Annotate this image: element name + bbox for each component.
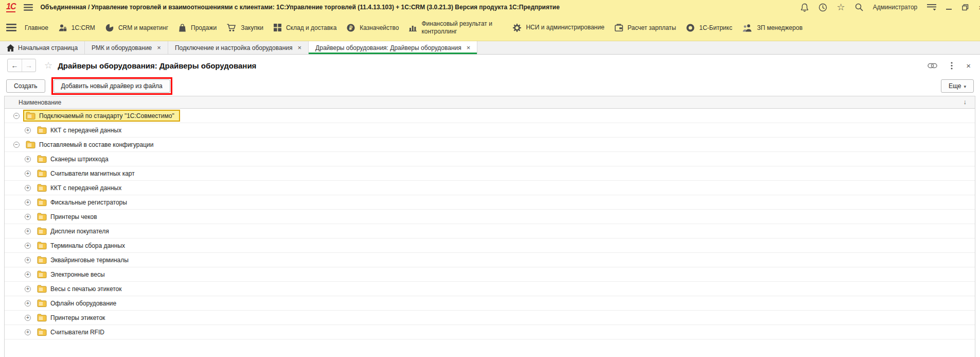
row-label: Считыватели RFID xyxy=(50,329,104,336)
gear-icon xyxy=(513,24,521,32)
selected-cell: Подключаемый по стандарту "1С:Совместимо… xyxy=(23,110,180,122)
expand-icon[interactable]: + xyxy=(25,271,31,278)
tree-row[interactable]: +ККТ с передачей данных xyxy=(5,123,975,138)
expand-icon[interactable]: + xyxy=(25,214,31,220)
tab-close-icon[interactable]: × xyxy=(298,44,302,52)
back-button[interactable]: ← xyxy=(8,59,22,72)
tree-row[interactable]: +Фискальные регистраторы xyxy=(5,195,975,210)
row-label: Поставляемый в составе конфигурации xyxy=(39,141,153,148)
expand-icon[interactable]: + xyxy=(25,199,31,206)
tree-row[interactable]: +Терминалы сбора данных xyxy=(5,239,975,253)
expand-icon[interactable]: + xyxy=(25,156,31,162)
ribbon-section-label: ЗП менеджеров xyxy=(757,24,803,31)
ribbon-section-zakupki[interactable]: Закупки xyxy=(227,24,263,32)
tree-row[interactable]: +Электронные весы xyxy=(5,267,975,282)
ribbon-section-kaznacheystvo[interactable]: ₽Казначейство xyxy=(347,24,399,32)
tree-row[interactable]: +Принтеры чеков xyxy=(5,210,975,224)
cell: Сканеры штрихкода xyxy=(34,153,114,165)
tab-podkluchenie[interactable]: Подключение и настройка оборудования× xyxy=(168,41,309,54)
collapse-icon[interactable]: − xyxy=(13,142,20,148)
cell: Фискальные регистраторы xyxy=(34,196,133,208)
folder-icon xyxy=(37,169,47,177)
tab-home[interactable]: Начальная страница xyxy=(0,41,85,54)
create-button[interactable]: Создать xyxy=(6,79,45,93)
expand-icon[interactable]: + xyxy=(25,315,31,321)
chevron-down-icon: ▾ xyxy=(964,84,966,89)
tree-row[interactable]: −Поставляемый в составе конфигурации xyxy=(5,138,975,152)
expand-icon[interactable]: + xyxy=(25,243,31,249)
tree-row[interactable]: +ККТ с передачей данных xyxy=(5,181,975,195)
search-icon[interactable] xyxy=(855,3,863,11)
svg-text:₽: ₽ xyxy=(349,25,353,30)
tab-close-icon[interactable]: × xyxy=(157,44,161,52)
main-menu-icon[interactable] xyxy=(24,4,33,11)
ribbon-section-prodazhi[interactable]: Продажи xyxy=(179,24,217,32)
ribbon-section-sklad-dostavka[interactable]: Склад и доставка xyxy=(274,24,336,31)
folder-icon xyxy=(37,314,47,321)
notifications-icon[interactable] xyxy=(800,3,809,12)
get-link-icon[interactable] xyxy=(928,63,937,69)
ribbon-section-label: Расчет зарплаты xyxy=(628,24,676,31)
folder-icon xyxy=(37,242,47,249)
ribbon-section-label: Закупки xyxy=(241,24,263,31)
restore-icon[interactable] xyxy=(962,4,969,11)
ribbon-section-glavnoe[interactable]: Главное xyxy=(25,24,48,31)
sections-ribbon: Главное1С:CRMCRM и маркетингПродажиЗакуп… xyxy=(0,14,980,41)
expand-icon[interactable]: + xyxy=(25,300,31,307)
expand-icon[interactable]: + xyxy=(25,286,31,292)
tree-row[interactable]: +Сканеры штрихкода xyxy=(5,152,975,166)
tree-row[interactable]: +Эквайринговые терминалы xyxy=(5,253,975,267)
add-from-file-button[interactable]: Добавить новый драйвер из файла xyxy=(54,79,170,93)
tree-row[interactable]: +Дисплеи покупателя xyxy=(5,224,975,239)
expand-icon[interactable]: + xyxy=(25,127,31,133)
tab-label: Подключение и настройка оборудования xyxy=(175,44,293,52)
tree-row[interactable]: −Подключаемый по стандарту "1С:Совместим… xyxy=(5,109,975,123)
annotation-red-box: Добавить новый драйвер из файла xyxy=(51,77,172,95)
more-button[interactable]: Еще▾ xyxy=(941,79,974,93)
bar-chart-icon xyxy=(409,24,417,31)
favorite-star-icon[interactable]: ☆ xyxy=(44,60,52,71)
minimize-icon[interactable] xyxy=(946,4,952,10)
more-dots-icon[interactable] xyxy=(951,62,953,70)
tab-close-icon[interactable]: × xyxy=(467,44,471,52)
ribbon-section-crm-marketing[interactable]: CRM и маркетинг xyxy=(105,24,168,32)
tab-label: Начальная страница xyxy=(18,44,78,52)
tab-rmk[interactable]: РМК и оборудование× xyxy=(85,41,168,54)
sections-menu-icon[interactable] xyxy=(6,24,16,31)
expand-icon[interactable]: + xyxy=(25,228,31,234)
row-label: Подключаемый по стандарту "1С:Совместимо… xyxy=(39,112,174,120)
tree-row[interactable]: +Весы с печатью этикеток xyxy=(5,282,975,296)
cell: Принтеры этикеток xyxy=(34,312,111,324)
service-menu-icon[interactable] xyxy=(927,4,936,11)
ribbon-section-raschet-zarplaty[interactable]: Расчет зарплаты xyxy=(615,24,676,31)
favorites-icon[interactable]: ☆ xyxy=(837,2,845,13)
tab-drivers[interactable]: Драйверы оборудования: Драйверы оборудов… xyxy=(309,41,477,54)
current-user[interactable]: Администратор xyxy=(873,4,918,11)
tree-row[interactable]: +Офлайн оборудование xyxy=(5,296,975,311)
wallet-icon xyxy=(615,24,623,31)
expand-icon[interactable]: + xyxy=(25,257,31,263)
sort-direction-icon: ↓ xyxy=(964,98,967,106)
ribbon-section-finrezultat[interactable]: Финансовый результат и контроллинг xyxy=(409,20,503,35)
expand-icon[interactable]: + xyxy=(25,185,31,191)
ribbon-section-nsi-admin[interactable]: НСИ и администрирование xyxy=(513,24,604,32)
tree-row[interactable]: +Считыватели магнитных карт xyxy=(5,166,975,181)
close-form-icon[interactable]: × xyxy=(966,61,971,70)
expand-icon[interactable]: + xyxy=(25,329,31,335)
ribbon-section-zp-managerov[interactable]: ЗП менеджеров xyxy=(742,24,803,32)
tree-row[interactable]: +Считыватели RFID xyxy=(5,325,975,339)
history-icon[interactable] xyxy=(818,3,827,12)
cell: Офлайн оборудование xyxy=(34,297,122,309)
forward-button[interactable]: → xyxy=(22,59,35,72)
shopping-bag-icon xyxy=(179,24,186,32)
row-label: Сканеры штрихкода xyxy=(50,156,109,163)
window-titlebar: 1С Объединенная / Управление торговлей и… xyxy=(0,0,980,14)
ribbon-section-1c-bitrix[interactable]: 1С-Битрикс xyxy=(686,24,732,32)
ribbon-section-1c-crm[interactable]: 1С:CRM xyxy=(59,24,95,32)
column-header-name[interactable]: Наименование ↓ xyxy=(5,96,975,109)
collapse-icon[interactable]: − xyxy=(13,113,20,119)
ribbon-section-label: Продажи xyxy=(191,24,217,31)
tree-row[interactable]: +Принтеры этикеток xyxy=(5,311,975,325)
grid-icon xyxy=(274,24,281,31)
expand-icon[interactable]: + xyxy=(25,171,31,177)
